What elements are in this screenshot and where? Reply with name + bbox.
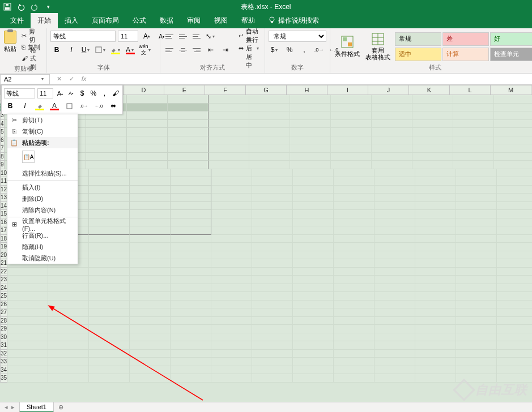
cell[interactable]: [415, 202, 456, 211]
row-header-7[interactable]: 7: [0, 144, 5, 153]
cell[interactable]: [293, 259, 334, 268]
cell[interactable]: [48, 292, 89, 301]
cell[interactable]: [252, 243, 293, 251]
cell[interactable]: [415, 317, 456, 325]
cell[interactable]: [171, 210, 211, 218]
cell[interactable]: [89, 333, 130, 342]
cell[interactable]: [456, 210, 497, 218]
cell[interactable]: [89, 341, 130, 350]
cell[interactable]: [211, 333, 252, 342]
ctx-unhide[interactable]: 取消隐藏(U): [7, 252, 78, 264]
cell[interactable]: [171, 358, 211, 366]
cell[interactable]: [127, 161, 168, 169]
cell[interactable]: [171, 325, 211, 333]
cell[interactable]: [211, 194, 252, 202]
cell[interactable]: [497, 186, 532, 194]
cell[interactable]: [456, 350, 497, 358]
add-sheet-icon[interactable]: ⊕: [56, 402, 66, 413]
cell[interactable]: [7, 333, 48, 342]
cell[interactable]: [130, 292, 171, 301]
cell[interactable]: [252, 202, 293, 211]
cell[interactable]: [415, 251, 456, 260]
cell[interactable]: [7, 374, 48, 383]
cell[interactable]: [7, 276, 48, 284]
cell[interactable]: [453, 128, 494, 136]
cell[interactable]: [453, 104, 494, 112]
cell[interactable]: [374, 268, 415, 276]
cell[interactable]: [374, 226, 415, 235]
mini-size-select[interactable]: [37, 88, 53, 98]
cell[interactable]: [456, 202, 497, 211]
cell[interactable]: [127, 104, 168, 112]
cell[interactable]: [252, 194, 293, 202]
cell[interactable]: [168, 120, 208, 128]
cell[interactable]: [372, 95, 412, 104]
cell[interactable]: [415, 325, 456, 333]
cell[interactable]: [168, 161, 208, 169]
cell[interactable]: [293, 202, 334, 211]
cell[interactable]: [293, 341, 334, 350]
row-header-4[interactable]: 4: [0, 120, 5, 128]
cell[interactable]: [211, 177, 252, 186]
cell[interactable]: [211, 292, 252, 301]
cell[interactable]: [252, 366, 293, 375]
cell[interactable]: [252, 186, 293, 194]
cell[interactable]: [130, 317, 171, 325]
cell[interactable]: [171, 202, 211, 211]
mini-dec-decimal-icon[interactable]: ←.0: [92, 100, 105, 111]
cell[interactable]: [171, 259, 211, 268]
cell[interactable]: [249, 136, 290, 145]
cell[interactable]: [48, 366, 89, 375]
cell[interactable]: [171, 333, 211, 342]
cell[interactable]: [334, 374, 374, 383]
cell[interactable]: [211, 350, 252, 358]
cell[interactable]: [252, 251, 293, 260]
cell[interactable]: [415, 259, 456, 268]
cell[interactable]: [456, 276, 497, 284]
cell[interactable]: [48, 276, 89, 284]
cell[interactable]: [211, 218, 252, 227]
cell[interactable]: [497, 251, 532, 260]
cell[interactable]: [415, 284, 456, 293]
cell[interactable]: [334, 243, 374, 251]
cell[interactable]: [208, 136, 249, 145]
cell[interactable]: [372, 136, 412, 145]
cell[interactable]: [208, 104, 249, 112]
cell[interactable]: [89, 202, 130, 211]
mini-fill-color-button[interactable]: [33, 100, 46, 111]
cell[interactable]: [415, 235, 456, 243]
cell[interactable]: [293, 226, 334, 235]
cell[interactable]: [331, 104, 372, 112]
cell[interactable]: [331, 95, 372, 104]
cell[interactable]: [293, 218, 334, 227]
cell[interactable]: [497, 276, 532, 284]
cell[interactable]: [89, 317, 130, 325]
cell[interactable]: [130, 226, 171, 235]
cell[interactable]: [290, 144, 331, 153]
increase-font-icon[interactable]: A▴: [141, 31, 153, 42]
cell[interactable]: [453, 120, 494, 128]
cell[interactable]: [171, 292, 211, 301]
increase-decimal-icon[interactable]: .0→: [313, 44, 325, 55]
cell[interactable]: [334, 366, 374, 375]
align-bottom-icon[interactable]: [191, 31, 202, 41]
paste-button[interactable]: 粘贴: [3, 31, 17, 53]
cell[interactable]: [494, 161, 532, 169]
cell[interactable]: [130, 284, 171, 293]
font-color-button[interactable]: A▾: [124, 44, 137, 55]
cell[interactable]: [456, 226, 497, 235]
cell[interactable]: [171, 341, 211, 350]
cell[interactable]: [374, 366, 415, 375]
cell[interactable]: [412, 144, 453, 153]
cell[interactable]: [331, 128, 372, 136]
cell[interactable]: [374, 350, 415, 358]
cell[interactable]: [171, 301, 211, 309]
cell[interactable]: [208, 111, 249, 120]
cell[interactable]: [374, 202, 415, 211]
cell[interactable]: [456, 341, 497, 350]
cell[interactable]: [130, 251, 171, 260]
cancel-icon[interactable]: ✕: [54, 75, 63, 83]
row-header-22[interactable]: 22: [0, 268, 7, 276]
cell[interactable]: [86, 136, 127, 145]
cell[interactable]: [171, 308, 211, 317]
